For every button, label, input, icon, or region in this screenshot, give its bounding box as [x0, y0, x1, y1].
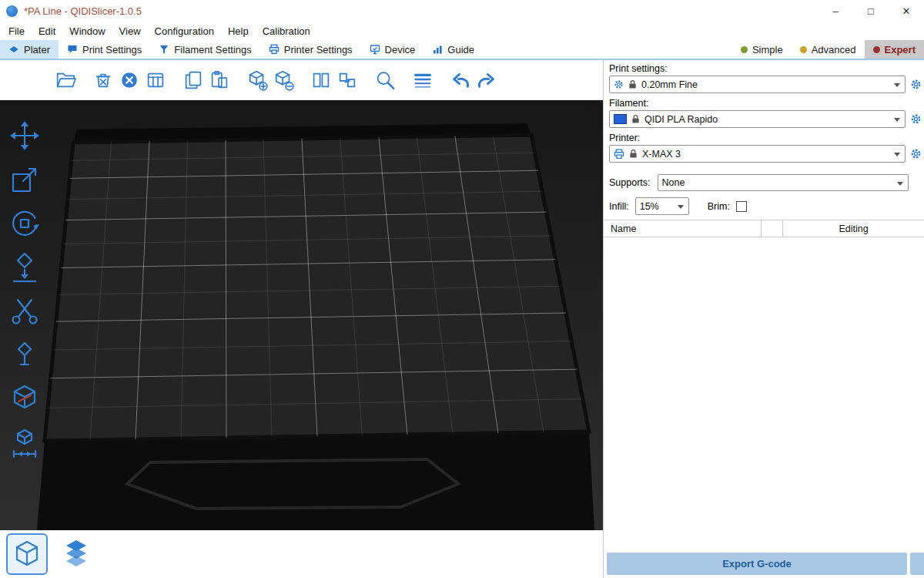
minimize-button[interactable]: –	[818, 0, 853, 22]
menu-configuration[interactable]: Configuration	[148, 23, 221, 39]
split-objects-button[interactable]	[308, 67, 334, 93]
workspace	[0, 60, 603, 578]
brim-label: Brim:	[708, 201, 730, 212]
menu-help[interactable]: Help	[221, 23, 256, 39]
printer-icon	[614, 149, 624, 160]
preview-view-button[interactable]	[55, 533, 97, 575]
3d-editor-view-button[interactable]	[6, 533, 48, 575]
distance-button[interactable]	[6, 425, 43, 462]
supports-value: None	[662, 177, 685, 188]
settings-sidebar: Print settings: 0.20mm Fine Filament: QI…	[603, 60, 924, 578]
filament-settings-gear-button[interactable]	[909, 113, 922, 126]
mode-advanced[interactable]: Advanced	[792, 40, 865, 59]
3d-viewport[interactable]	[0, 100, 603, 530]
move-icon	[8, 119, 42, 153]
infill-combo[interactable]: 15%	[635, 197, 689, 215]
split-parts-button[interactable]	[334, 67, 360, 93]
object-list-header: Name Editing	[604, 220, 924, 237]
filament-color-swatch	[614, 114, 627, 124]
move-button[interactable]	[6, 117, 43, 154]
undo-button[interactable]	[447, 67, 474, 93]
tabbar: Plater Print Settings Filament Settings …	[0, 40, 924, 60]
gear-icon	[614, 79, 624, 89]
printer-base	[37, 432, 594, 530]
filament-label: Filament:	[609, 98, 648, 109]
menu-view[interactable]: View	[112, 23, 148, 39]
object-list-body[interactable]	[604, 237, 924, 524]
main-toolbar	[52, 63, 500, 97]
view-toggles	[6, 533, 97, 575]
seam-button[interactable]	[6, 337, 43, 374]
app-logo-icon	[6, 5, 18, 17]
delete-button[interactable]	[90, 67, 116, 93]
maximize-button[interactable]: □	[853, 0, 889, 22]
filament-preset-row: QIDI PLA Rapido	[609, 110, 922, 128]
brim-checkbox[interactable]	[736, 201, 747, 212]
cut-button[interactable]	[6, 293, 43, 330]
add-instance-button[interactable]	[244, 67, 270, 93]
paste-icon	[208, 69, 231, 92]
delete-all-button[interactable]	[116, 67, 142, 93]
arrange-icon	[144, 69, 167, 92]
rotate-icon	[8, 207, 42, 240]
supports-combo[interactable]: None	[658, 174, 909, 191]
column-header-editing: Editing	[783, 220, 924, 237]
tab-printer-settings[interactable]: Printer Settings	[260, 40, 361, 59]
printer-preset-row: X-MAX 3	[609, 145, 922, 163]
mode-simple[interactable]: Simple	[732, 40, 792, 59]
device-icon	[370, 44, 380, 55]
printer-preset-value: X-MAX 3	[642, 149, 681, 160]
open-button[interactable]	[52, 67, 79, 93]
add-instance-icon	[246, 69, 269, 92]
titlebar: *PA Line - QIDISlicer-1.0.5 – □ ✕	[0, 0, 924, 22]
close-button[interactable]: ✕	[889, 0, 924, 22]
object-list[interactable]: Name Editing	[604, 220, 924, 524]
delete-all-icon	[118, 69, 141, 92]
menu-window[interactable]: Window	[62, 23, 112, 39]
export-options-button[interactable]	[910, 553, 924, 575]
tab-print-settings[interactable]: Print Settings	[59, 40, 150, 59]
menu-edit[interactable]: Edit	[32, 23, 62, 39]
split-objects-icon	[310, 69, 333, 92]
rotate-button[interactable]	[6, 205, 43, 242]
scale-button[interactable]	[6, 161, 43, 198]
filament-preset-combo[interactable]: QIDI PLA Rapido	[609, 110, 906, 128]
redo-button[interactable]	[474, 67, 500, 93]
variable-layer-height-button[interactable]	[410, 67, 436, 93]
tab-label: Plater	[24, 44, 50, 55]
arrange-button[interactable]	[142, 67, 169, 93]
tab-plater[interactable]: Plater	[0, 40, 59, 59]
seam-icon	[8, 338, 42, 372]
layers-icon	[411, 69, 434, 92]
measure-button[interactable]	[6, 381, 43, 418]
guide-icon	[432, 44, 443, 55]
place-on-face-button[interactable]	[6, 249, 43, 286]
menu-file[interactable]: File	[2, 23, 32, 39]
menu-calibration[interactable]: Calibration	[256, 23, 317, 39]
lock-icon	[629, 149, 638, 159]
mode-label: Simple	[752, 44, 783, 55]
printer-label: Printer:	[609, 133, 640, 143]
paste-button[interactable]	[206, 67, 233, 93]
expert-mode-dot-icon	[873, 46, 880, 53]
print-preset-row: 0.20mm Fine	[609, 76, 922, 93]
copy-button[interactable]	[180, 67, 206, 93]
print-settings-gear-button[interactable]	[909, 78, 922, 92]
tab-filament-settings[interactable]: Filament Settings	[150, 40, 259, 59]
export-gcode-button[interactable]: Export G-code	[607, 553, 907, 575]
printer-settings-gear-button[interactable]	[909, 147, 922, 161]
tab-guide[interactable]: Guide	[424, 40, 483, 59]
tab-label: Guide	[447, 44, 474, 55]
undo-arrow-icon	[449, 69, 472, 92]
measure-icon	[8, 382, 42, 416]
chevron-down-icon	[894, 153, 900, 160]
tab-device[interactable]: Device	[361, 40, 424, 59]
gear-icon	[910, 148, 922, 160]
printer-preset-combo[interactable]: X-MAX 3	[609, 145, 906, 163]
mode-expert[interactable]: Expert	[865, 40, 924, 59]
search-button[interactable]	[372, 67, 398, 93]
print-preset-combo[interactable]: 0.20mm Fine	[609, 76, 906, 93]
remove-instance-button[interactable]	[270, 67, 296, 93]
copy-icon	[182, 69, 205, 92]
print-bed[interactable]	[0, 100, 603, 530]
